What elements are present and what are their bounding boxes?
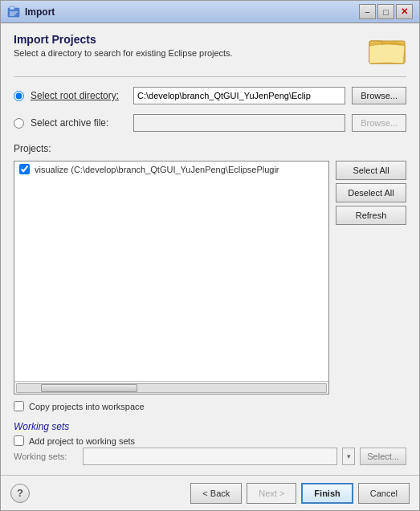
window-controls: − □ ✕ <box>359 4 413 19</box>
copy-projects-label: Copy projects into workspace <box>29 402 145 411</box>
ws-dropdown-arrow[interactable]: ▾ <box>342 448 355 465</box>
add-to-ws-label: Add project to working sets <box>29 436 135 446</box>
root-dir-input[interactable] <box>133 87 345 104</box>
project-checkbox[interactable] <box>19 164 30 174</box>
ws-input-row: Working sets: ▾ Select... <box>14 448 406 465</box>
scrollbar-thumb[interactable] <box>41 384 137 392</box>
ws-label: Working sets: <box>14 452 78 461</box>
page-header: Import Projects Select a directory to se… <box>14 33 406 65</box>
deselect-all-button[interactable]: Deselect All <box>336 183 406 202</box>
root-dir-radio[interactable] <box>14 91 24 101</box>
projects-list[interactable]: visualize (C:\develop\branch_QtGUI_YuJen… <box>14 161 329 394</box>
help-button[interactable]: ? <box>10 484 30 503</box>
list-item[interactable]: visualize (C:\develop\branch_QtGUI_YuJen… <box>14 161 328 177</box>
title-bar: Import − □ ✕ <box>1 1 419 23</box>
projects-list-scroll[interactable]: visualize (C:\develop\branch_QtGUI_YuJen… <box>14 161 328 381</box>
copy-projects-checkbox[interactable] <box>14 401 24 411</box>
archive-file-radio[interactable] <box>14 118 24 129</box>
root-dir-label: Select root directory: <box>31 90 127 101</box>
root-dir-browse-button[interactable]: Browse... <box>352 87 406 104</box>
header-divider <box>14 76 406 77</box>
folder-icon <box>368 33 406 65</box>
add-to-ws-row: Add project to working sets <box>14 435 406 446</box>
import-dialog: Import − □ ✕ Import Projects Select a di… <box>0 0 420 511</box>
cancel-button[interactable]: Cancel <box>358 483 410 504</box>
ws-select-button[interactable]: Select... <box>360 448 406 465</box>
projects-label: Projects: <box>14 143 406 154</box>
finish-button[interactable]: Finish <box>301 483 353 504</box>
maximize-button[interactable]: □ <box>377 4 394 19</box>
archive-file-browse-button[interactable]: Browse... <box>352 114 406 132</box>
next-button[interactable]: Next > <box>247 483 296 504</box>
close-button[interactable]: ✕ <box>396 4 413 19</box>
title-bar-icon <box>7 6 20 18</box>
page-subtitle: Select a directory to search for existin… <box>14 48 233 58</box>
archive-file-input[interactable] <box>133 114 345 132</box>
scrollbar-track[interactable] <box>16 383 327 393</box>
add-to-ws-checkbox[interactable] <box>14 435 24 446</box>
ws-input[interactable] <box>83 448 337 465</box>
root-dir-row: Select root directory: Browse... <box>14 87 406 104</box>
dialog-content: Import Projects Select a directory to se… <box>1 23 419 475</box>
archive-file-row: Select archive file: Browse... <box>14 114 406 132</box>
archive-file-label: Select archive file: <box>31 117 127 129</box>
projects-side-buttons: Select All Deselect All Refresh <box>336 161 406 394</box>
select-all-button[interactable]: Select All <box>336 161 406 180</box>
working-sets-section-label: Working sets <box>14 421 406 432</box>
projects-area: visualize (C:\develop\branch_QtGUI_YuJen… <box>14 161 406 394</box>
refresh-button[interactable]: Refresh <box>336 206 406 225</box>
page-header-text: Import Projects Select a directory to se… <box>14 33 233 58</box>
horizontal-scrollbar[interactable] <box>14 381 328 394</box>
bottom-bar: ? < Back Next > Finish Cancel <box>1 475 419 510</box>
page-title: Import Projects <box>14 33 233 46</box>
project-item-label: visualize (C:\develop\branch_QtGUI_YuJen… <box>35 165 279 174</box>
working-sets-section: Working sets Add project to working sets… <box>14 418 406 465</box>
copy-checkbox-row: Copy projects into workspace <box>14 401 406 411</box>
minimize-button[interactable]: − <box>359 4 376 19</box>
svg-rect-1 <box>10 6 14 10</box>
back-button[interactable]: < Back <box>190 483 242 504</box>
window-title: Import <box>25 6 359 18</box>
